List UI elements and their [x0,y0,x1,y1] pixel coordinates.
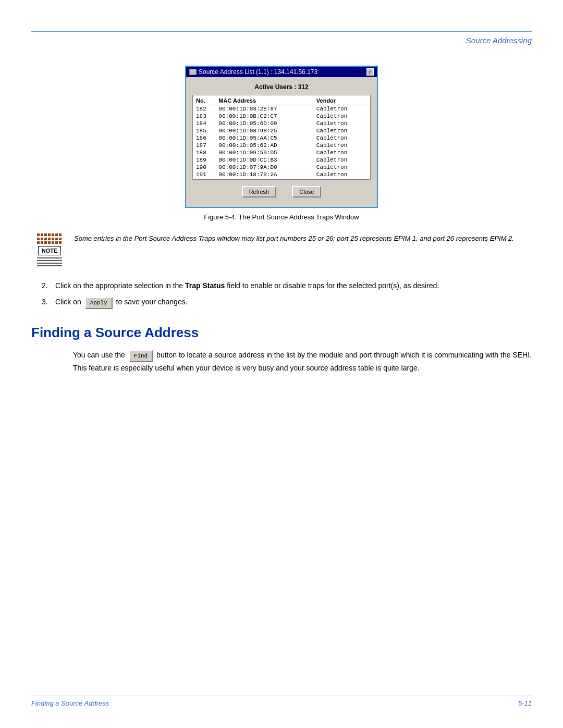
source-address-dialog: Source Address List (1.1) : 134.141.56.1… [185,66,378,208]
address-table: No. MAC Address Vendor 182 00:00:1D:03:2… [194,96,369,178]
step-2-num: 2. [42,280,52,291]
table-row: 188 00:00:1D:09:59:D5 Cabletron [194,149,369,156]
table-row: 190 00:00:1D:07:9A:D0 Cabletron [194,164,369,171]
cell-vendor: Cabletron [314,105,369,113]
cell-mac: 00:00:1D:09:59:D5 [216,149,314,156]
step-3: 3. Click on Apply to save your changes. [42,297,532,309]
dialog-footer: Refresh Close [192,186,371,201]
table-row: 183 00:00:1D:0B:C2:C7 Cabletron [194,113,369,120]
address-table-area: No. MAC Address Vendor 182 00:00:1D:03:2… [192,95,371,180]
cell-no: 189 [194,156,216,164]
step-3-text: Click on Apply to save your changes. [55,297,532,309]
cell-mac: 00:00:1D:18:79:2A [216,171,314,178]
footer-left: Finding a Source Address [31,699,109,707]
cell-mac: 00:00:1D:03:2E:87 [216,105,314,113]
dialog-titlebar-left: Source Address List (1.1) : 134.141.56.1… [189,68,317,76]
note-icon-area: NOTE [31,233,68,268]
header-area: Source Addressing [0,32,563,45]
cell-mac: 00:00:1D:05:6D:09 [216,120,314,127]
cell-mac: 00:00:1D:05:AA:C5 [216,134,314,142]
step-3-num: 3. [42,297,52,309]
cell-mac: 00:00:1D:07:9A:D0 [216,164,314,171]
header-title: Source Addressing [466,36,532,45]
footer-right: 5-11 [518,699,532,707]
cell-vendor: Cabletron [314,142,369,149]
cell-no: 185 [194,127,216,134]
cell-vendor: Cabletron [314,127,369,134]
dialog-system-icon [189,69,197,75]
trap-status-label: Trap Status [185,281,225,290]
dialog-close-button[interactable]: r [366,68,374,76]
table-row: 191 00:00:1D:18:79:2A Cabletron [194,171,369,178]
col-mac: MAC Address [216,96,314,105]
main-content: Source Address List (1.1) : 134.141.56.1… [0,45,563,394]
step-2: 2. Click on the appropriate selection in… [42,280,532,291]
cell-no: 191 [194,171,216,178]
note-lines-decoration [37,257,62,268]
cell-no: 188 [194,149,216,156]
page-footer: Finding a Source Address 5-11 [31,696,532,707]
section-body: You can use the Find button to locate a … [73,349,532,374]
table-body: 182 00:00:1D:03:2E:87 Cabletron 183 00:0… [194,105,369,179]
cell-no: 187 [194,142,216,149]
col-vendor: Vendor [314,96,369,105]
cell-vendor: Cabletron [314,113,369,120]
find-inline-button[interactable]: Find [129,350,153,363]
col-no: No. [194,96,216,105]
section-heading: Finding a Source Address [31,325,532,341]
cell-no: 190 [194,164,216,171]
dialog-titlebar: Source Address List (1.1) : 134.141.56.1… [186,67,377,77]
table-row: 182 00:00:1D:03:2E:87 Cabletron [194,105,369,113]
table-row: 189 00:00:1D:0D:CC:B3 Cabletron [194,156,369,164]
note-box: NOTE Some entries in the Port Source Add… [31,233,532,268]
step-2-text: Click on the appropriate selection in th… [55,280,532,291]
cell-mac: 00:00:1D:0D:CC:B3 [216,156,314,164]
section-paragraph: You can use the Find button to locate a … [73,349,532,374]
active-users-label: Active Users : 312 [192,83,371,91]
table-row: 186 00:00:1D:05:AA:C5 Cabletron [194,134,369,142]
note-grid-icon [37,233,62,245]
cell-vendor: Cabletron [314,120,369,127]
refresh-button[interactable]: Refresh [242,186,277,198]
dialog-wrapper: Source Address List (1.1) : 134.141.56.1… [31,66,532,208]
cell-vendor: Cabletron [314,164,369,171]
cell-vendor: Cabletron [314,149,369,156]
cell-no: 184 [194,120,216,127]
cell-vendor: Cabletron [314,156,369,164]
cell-vendor: Cabletron [314,134,369,142]
cell-mac: 00:00:1D:05:62:AD [216,142,314,149]
cell-mac: 00:00:1D:0B:C2:C7 [216,113,314,120]
cell-no: 183 [194,113,216,120]
table-row: 185 00:00:1D:08:98:25 Cabletron [194,127,369,134]
cell-mac: 00:00:1D:08:98:25 [216,127,314,134]
note-label: NOTE [38,246,62,255]
dialog-body: Active Users : 312 No. MAC Address Vendo… [186,77,377,207]
dialog-title: Source Address List (1.1) : 134.141.56.1… [199,68,317,76]
cell-no: 186 [194,134,216,142]
cell-no: 182 [194,105,216,113]
apply-inline-button[interactable]: Apply [85,297,113,309]
figure-caption: Figure 5-4. The Port Source Address Trap… [31,213,532,221]
steps-area: 2. Click on the appropriate selection in… [42,280,532,309]
table-row: 187 00:00:1D:05:62:AD Cabletron [194,142,369,149]
table-row: 184 00:00:1D:05:6D:09 Cabletron [194,120,369,127]
table-header-row: No. MAC Address Vendor [194,96,369,105]
close-button[interactable]: Close [292,186,321,198]
cell-vendor: Cabletron [314,171,369,178]
note-text: Some entries in the Port Source Address … [74,233,532,244]
